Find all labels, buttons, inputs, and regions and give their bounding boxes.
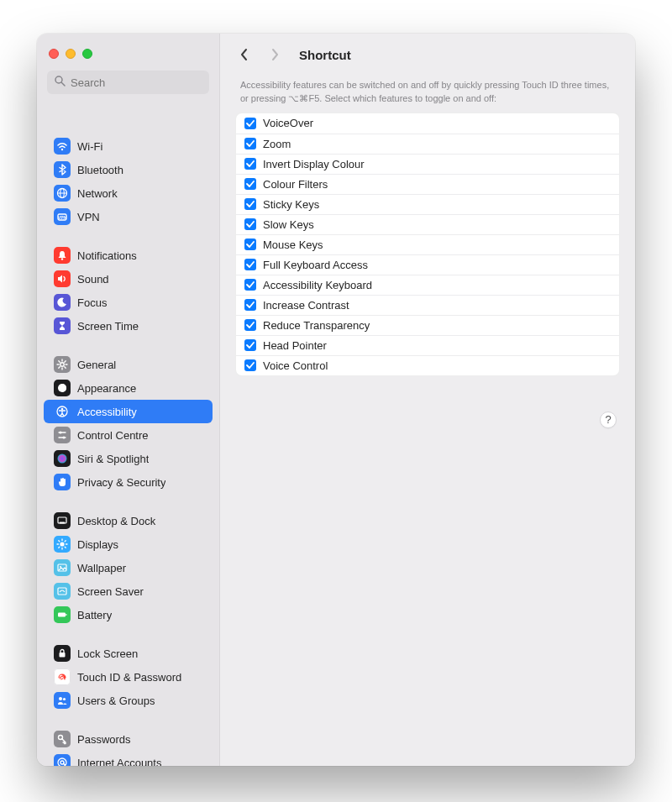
sidebar-item-usersgroups[interactable]: Users & Groups bbox=[44, 689, 213, 712]
content: Accessibility features can be switched o… bbox=[220, 76, 635, 443]
wallpaper-icon bbox=[54, 559, 71, 576]
forward-button[interactable] bbox=[265, 42, 284, 67]
fingerprint-icon bbox=[54, 668, 71, 685]
feature-checkbox[interactable] bbox=[244, 218, 256, 230]
sidebar-item-notifications[interactable]: Notifications bbox=[44, 244, 213, 267]
sidebar-item-screensaver[interactable]: Screen Saver bbox=[44, 579, 213, 603]
sidebar-item-screentime[interactable]: Screen Time bbox=[44, 314, 213, 338]
sidebar-item-label: Users & Groups bbox=[77, 695, 155, 707]
sidebar-item-wifi[interactable]: Wi-Fi bbox=[44, 134, 213, 158]
feature-checkbox[interactable] bbox=[244, 178, 256, 190]
sidebar-item-focus[interactable]: Focus bbox=[44, 291, 213, 314]
sidebar-item-label: Network bbox=[77, 187, 118, 200]
globe-icon bbox=[54, 185, 71, 202]
sidebar-list[interactable]: Wi-FiBluetoothNetworkVPNNotificationsSou… bbox=[37, 101, 219, 766]
feature-label: Sticky Keys bbox=[263, 198, 319, 211]
sidebar-item-network[interactable]: Network bbox=[44, 181, 213, 205]
sidebar-item-label: General bbox=[77, 359, 116, 371]
feature-checkbox[interactable] bbox=[244, 158, 256, 170]
feature-checkbox[interactable] bbox=[244, 118, 256, 129]
feature-row[interactable]: Zoom bbox=[236, 134, 619, 154]
bluetooth-icon bbox=[54, 161, 71, 178]
sidebar-item-label: Focus bbox=[77, 296, 107, 309]
sidebar-item-passwords[interactable]: Passwords bbox=[44, 727, 213, 751]
sidebar-item-label: Screen Time bbox=[77, 320, 139, 333]
sidebar-item-label: Lock Screen bbox=[77, 647, 138, 660]
feature-row[interactable]: Mouse Keys bbox=[236, 234, 619, 254]
search-input[interactable] bbox=[71, 76, 202, 89]
key-icon bbox=[54, 731, 71, 747]
feature-row[interactable]: Full Keyboard Access bbox=[236, 254, 619, 275]
sidebar-item-label: Internet Accounts bbox=[77, 757, 161, 767]
sidebar-item-label: Wallpaper bbox=[77, 562, 126, 574]
bell-icon bbox=[54, 247, 71, 264]
sidebar-item-general[interactable]: General bbox=[44, 353, 213, 376]
wifi-icon bbox=[54, 138, 71, 155]
feature-checkbox[interactable] bbox=[244, 198, 256, 210]
gear-icon bbox=[54, 356, 71, 373]
sidebar-item-accessibility[interactable]: Accessibility bbox=[44, 400, 213, 423]
feature-label: Voice Control bbox=[263, 359, 328, 372]
sidebar-item-label: Bluetooth bbox=[77, 164, 123, 176]
sidebar-item-displays[interactable]: Displays bbox=[44, 532, 213, 556]
feature-row[interactable]: Slow Keys bbox=[236, 214, 619, 234]
sidebar-item-appearance[interactable]: Appearance bbox=[44, 376, 213, 400]
sidebar-item-label: Desktop & Dock bbox=[77, 515, 155, 527]
feature-row[interactable]: Head Pointer bbox=[236, 335, 619, 355]
close-window-button[interactable] bbox=[49, 49, 59, 59]
sidebar-item-siri[interactable]: Siri & Spotlight bbox=[44, 447, 213, 470]
speaker-icon bbox=[54, 270, 71, 287]
feature-checkbox[interactable] bbox=[244, 319, 256, 331]
dock-icon bbox=[54, 512, 71, 529]
sidebar-item-label: Control Centre bbox=[77, 429, 149, 442]
feature-label: Increase Contrast bbox=[263, 299, 349, 312]
feature-row[interactable]: Accessibility Keyboard bbox=[236, 275, 619, 295]
page-title: Shortcut bbox=[299, 48, 351, 62]
feature-checkbox[interactable] bbox=[244, 359, 256, 371]
main-pane: Shortcut Accessibility features can be s… bbox=[220, 34, 635, 766]
sidebar-item-internetaccounts[interactable]: Internet Accounts bbox=[44, 751, 213, 766]
minimize-window-button[interactable] bbox=[66, 49, 76, 59]
feature-row[interactable]: Increase Contrast bbox=[236, 295, 619, 315]
sidebar-item-label: Privacy & Security bbox=[77, 476, 165, 489]
feature-label: Accessibility Keyboard bbox=[263, 279, 372, 291]
header: Shortcut bbox=[220, 34, 635, 76]
feature-row[interactable]: Sticky Keys bbox=[236, 194, 619, 214]
sidebar-item-touchid[interactable]: Touch ID & Password bbox=[44, 665, 213, 689]
sidebar-item-desktopdock[interactable]: Desktop & Dock bbox=[44, 509, 213, 532]
sidebar-item-battery[interactable]: Battery bbox=[44, 603, 213, 626]
feature-row[interactable]: Invert Display Colour bbox=[236, 154, 619, 174]
feature-row[interactable]: Reduce Transparency bbox=[236, 315, 619, 335]
sidebar-item-label: Wi-Fi bbox=[77, 140, 102, 153]
feature-checkbox[interactable] bbox=[244, 138, 256, 149]
feature-checkbox[interactable] bbox=[244, 239, 256, 250]
feature-row[interactable]: Voice Control bbox=[236, 355, 619, 375]
back-button[interactable] bbox=[235, 42, 254, 67]
feature-checkbox[interactable] bbox=[244, 299, 256, 311]
feature-checkbox[interactable] bbox=[244, 259, 256, 270]
feature-checkbox[interactable] bbox=[244, 279, 256, 291]
feature-row[interactable]: VoiceOver bbox=[236, 113, 619, 134]
sidebar-item-sound[interactable]: Sound bbox=[44, 267, 213, 291]
feature-row[interactable]: Colour Filters bbox=[236, 174, 619, 194]
sidebar-item-label: Passwords bbox=[77, 733, 131, 746]
sidebar-item-label: Touch ID & Password bbox=[77, 671, 181, 684]
sidebar-item-privacy[interactable]: Privacy & Security bbox=[44, 470, 213, 494]
sidebar-item-lockscreen[interactable]: Lock Screen bbox=[44, 642, 213, 665]
sidebar-item-controlcentre[interactable]: Control Centre bbox=[44, 423, 213, 447]
sidebar-item-label: VPN bbox=[77, 211, 100, 223]
sidebar-item-wallpaper[interactable]: Wallpaper bbox=[44, 556, 213, 579]
hand-icon bbox=[54, 474, 71, 490]
users-icon bbox=[54, 692, 71, 709]
sidebar-item-vpn[interactable]: VPN bbox=[44, 205, 213, 228]
search-field[interactable] bbox=[47, 71, 209, 94]
feature-label: Slow Keys bbox=[263, 218, 314, 231]
sidebar-item-label: Siri & Spotlight bbox=[77, 453, 149, 465]
sidebar-item-label: Screen Saver bbox=[77, 585, 144, 598]
feature-checkbox[interactable] bbox=[244, 339, 256, 351]
hourglass-icon bbox=[54, 317, 71, 334]
help-button[interactable]: ? bbox=[600, 411, 617, 428]
battery-icon bbox=[54, 606, 71, 623]
fullscreen-window-button[interactable] bbox=[82, 49, 92, 59]
sidebar-item-bluetooth[interactable]: Bluetooth bbox=[44, 158, 213, 181]
